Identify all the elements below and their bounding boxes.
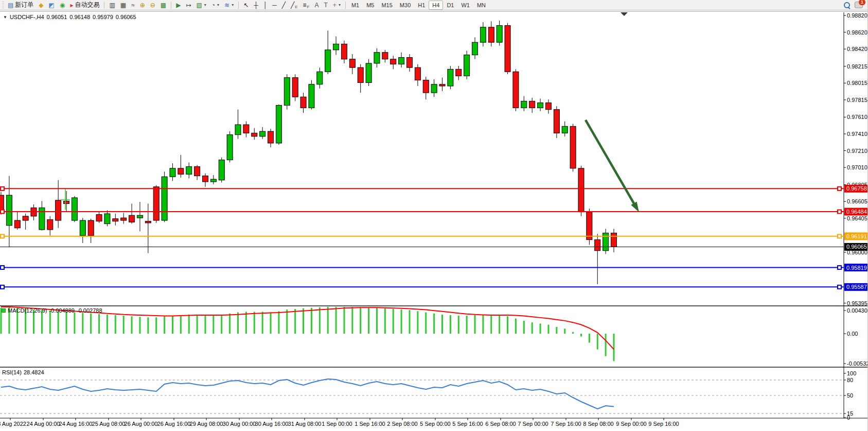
time-axis-label: 30 Aug 16:00 xyxy=(255,421,289,427)
tile-windows-button[interactable]: ▩ xyxy=(158,0,169,10)
profiles-button[interactable]: ◔▾ xyxy=(209,0,222,10)
line-chart-button[interactable]: ≈ xyxy=(129,0,137,10)
chart-shift-marker-icon xyxy=(621,12,628,16)
text-label-tool-button[interactable]: T xyxy=(322,0,330,10)
time-axis-label: 24 Aug 16:00 xyxy=(59,421,93,427)
time-axis-label: 1 Sep 00:00 xyxy=(322,421,352,427)
price-tick-label: 0.96605 xyxy=(847,198,867,204)
toolbar-buttons: ▤新订单◆◩◉▸自动交易▥▦≈⊕⊖▩▶↦▧▾◔▾≋▾↖┼│─╱╱E≡FAT+▾ xyxy=(5,0,343,10)
timeframe-button-m5[interactable]: M5 xyxy=(363,1,378,10)
resistance-line-1-right-handle xyxy=(838,187,841,191)
trendline-icon: ╱ xyxy=(282,2,286,8)
candle-body xyxy=(366,63,371,83)
candle-body xyxy=(423,80,429,93)
text-tool-button[interactable]: A xyxy=(312,0,322,10)
support-line-blue-1-price-tag-label: 0.95819 xyxy=(846,265,867,271)
market-watch-button[interactable]: ◆ xyxy=(36,0,46,10)
crosshair-icon: ┼ xyxy=(254,2,258,8)
timeframe-button-h1[interactable]: H1 xyxy=(414,1,429,10)
toolbar-grip[interactable] xyxy=(2,2,4,9)
autotrading-button[interactable]: ▸自动交易 xyxy=(67,0,102,10)
candle-body xyxy=(521,101,527,108)
chevron-down-icon[interactable]: ▾ xyxy=(339,3,341,7)
chevron-down-icon[interactable]: ▾ xyxy=(217,3,219,7)
timeframe-button-w1[interactable]: W1 xyxy=(457,1,473,10)
candle-body xyxy=(317,72,323,84)
timeframe-button-d1[interactable]: D1 xyxy=(443,1,457,10)
zoom-in-button[interactable]: ⊕ xyxy=(137,0,148,10)
chart-shift-button[interactable]: ↦ xyxy=(183,0,193,10)
timeframe-button-mn[interactable]: MN xyxy=(473,1,489,10)
candle-body xyxy=(178,168,184,174)
new-chart-button[interactable]: ▧▾ xyxy=(193,0,208,10)
chart-canvas[interactable]: 0.988200.986200.984200.982150.980150.978… xyxy=(0,0,868,431)
collapse-triangle-icon[interactable]: ▼ xyxy=(3,15,7,20)
rsi-axis-label: 0 xyxy=(847,415,850,421)
arrows-tool-button[interactable]: +▾ xyxy=(330,0,343,10)
profile-button[interactable]: ◩ xyxy=(46,0,57,10)
candle-body xyxy=(56,200,61,220)
resistance-line-1-left-handle xyxy=(1,187,4,191)
candle-body xyxy=(276,106,281,143)
notification-badge: 1 xyxy=(859,0,865,5)
toolbar-separator xyxy=(104,2,104,9)
candle-body xyxy=(162,177,167,220)
chevron-down-icon[interactable]: ▾ xyxy=(232,3,234,7)
person-globe-icon: ◩ xyxy=(49,2,55,8)
vertical-line-tool-button[interactable]: │ xyxy=(261,0,270,10)
candle-body xyxy=(80,220,85,235)
candle-body xyxy=(6,195,12,226)
candle-body xyxy=(145,221,151,223)
rsi-axis-label: 80 xyxy=(847,377,853,383)
news-button[interactable]: ◉ xyxy=(57,0,67,10)
fibonacci-tool-button[interactable]: ≡F xyxy=(300,0,312,10)
candle-body xyxy=(611,233,617,247)
candle-body xyxy=(137,215,143,218)
autotrading-icon: ▸ xyxy=(70,2,73,8)
candle-body xyxy=(14,220,20,228)
chevron-down-icon[interactable]: ▾ xyxy=(204,3,206,7)
timeframe-button-m30[interactable]: M30 xyxy=(396,1,414,10)
candlestick-button[interactable]: ▦ xyxy=(118,0,129,10)
candle-body xyxy=(358,67,363,82)
autotrading-button-label: 自动交易 xyxy=(75,1,99,9)
candle-body xyxy=(349,59,355,67)
candle-body xyxy=(129,215,135,222)
zoom-out-button[interactable]: ⊖ xyxy=(148,0,158,10)
indicators-button[interactable]: ≋▾ xyxy=(222,0,236,10)
crosshair-tool-button[interactable]: ┼ xyxy=(251,0,261,10)
time-axis-label: 5 Sep 00:00 xyxy=(420,421,450,427)
rsi-axis-label: 50 xyxy=(847,392,853,399)
timeframe-button-h4[interactable]: H4 xyxy=(429,1,443,10)
new-order-button[interactable]: ▤新订单 xyxy=(5,0,36,10)
support-line-orange-price-tag-label: 0.96191 xyxy=(846,233,867,239)
vertical-line-icon: │ xyxy=(263,2,268,8)
auto-scroll-button[interactable]: ▶ xyxy=(173,0,183,10)
timeframe-button-m1[interactable]: M1 xyxy=(348,1,363,10)
trendline-tool-button[interactable]: ╱ xyxy=(279,0,288,10)
equidistant-channel-icon-sub: E xyxy=(295,5,297,9)
resistance-line-2-left-handle xyxy=(1,210,4,214)
cursor-tool-button[interactable]: ↖ xyxy=(241,0,251,10)
macd-axis-label: 0.00 xyxy=(847,331,858,337)
horizontal-line-tool-button[interactable]: ─ xyxy=(270,0,279,10)
ohlc-close: 0.96065 xyxy=(116,14,136,20)
support-line-blue-2-left-handle xyxy=(1,285,4,289)
time-axis: 23 Aug 202224 Aug 00:0024 Aug 16:0025 Au… xyxy=(0,418,679,427)
support-line-blue-1-right-handle xyxy=(838,266,841,269)
notifications-icon[interactable]: 1 xyxy=(855,2,863,8)
time-axis-label: 24 Aug 00:00 xyxy=(27,421,60,427)
candle-body xyxy=(513,72,519,108)
candle-body xyxy=(488,27,494,42)
bar-chart-button[interactable]: ▥ xyxy=(107,0,117,10)
time-axis-label: 23 Aug 2022 xyxy=(0,421,26,427)
text-icon: A xyxy=(315,2,319,8)
timeframe-button-m15[interactable]: M15 xyxy=(378,1,396,10)
support-line-blue-2-price-tag-label: 0.95587 xyxy=(846,284,867,290)
channel-tool-button[interactable]: ╱E xyxy=(288,0,300,10)
clock-icon: ◔ xyxy=(211,2,215,8)
time-axis-label: 9 Sep 00:00 xyxy=(616,421,646,427)
support-line-orange-right-handle xyxy=(838,234,841,238)
rsi-axis-label: 100 xyxy=(847,370,856,376)
search-icon[interactable] xyxy=(844,2,849,8)
